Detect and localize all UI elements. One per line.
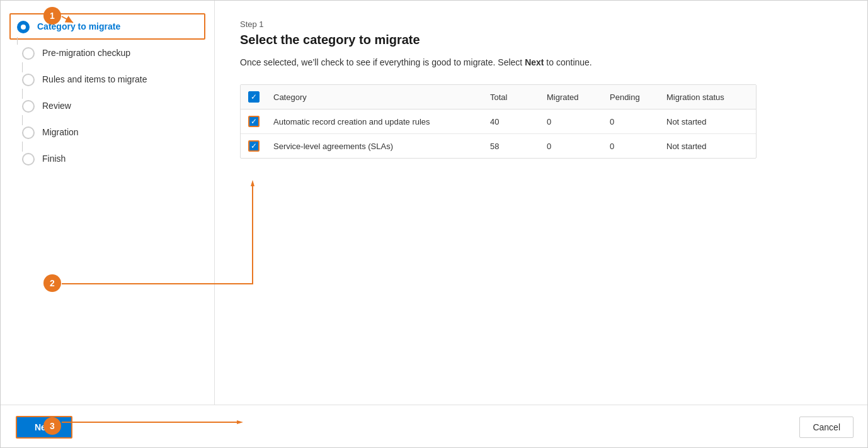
row2-checkbox[interactable]: ✓: [248, 140, 260, 152]
table-row: ✓ Service-level agreements (SLAs) 58 0 0…: [241, 134, 756, 158]
row2-migrated: 0: [547, 142, 610, 151]
select-all-checkbox[interactable]: ✓: [248, 91, 260, 103]
row1-checkbox-cell: ✓: [248, 116, 273, 127]
step-description: Once selected, we’ll check to see if eve…: [240, 56, 843, 69]
sidebar-label-pre-migration: Pre-migration checkup: [42, 46, 130, 60]
row2-pending: 0: [610, 142, 666, 151]
sidebar-item-rules[interactable]: Rules and items to migrate: [16, 66, 199, 92]
col-header-category: Category: [273, 92, 490, 102]
step-circle-6: [22, 153, 35, 165]
row2-checkbox-cell: ✓: [248, 140, 273, 152]
annotation-badge-2: 2: [43, 274, 61, 292]
table-header: ✓ Category Total Migrated Pending Migrat…: [241, 85, 756, 109]
col-header-status: Migration status: [666, 92, 748, 102]
row1-migrated: 0: [547, 117, 610, 126]
footer: Next Cancel: [1, 405, 868, 447]
row2-total: 58: [490, 142, 547, 151]
annotation-badge-1: 1: [43, 7, 61, 25]
step-desc-after: to continue.: [544, 57, 591, 67]
row1-checkbox[interactable]: ✓: [248, 116, 260, 127]
row1-status: Not started: [666, 117, 748, 126]
step-circle-1: [17, 21, 30, 33]
sidebar-label-rules: Rules and items to migrate: [42, 72, 147, 86]
row1-category: Automatic record creation and update rul…: [273, 117, 490, 126]
step-circle-5: [22, 126, 35, 139]
row2-status: Not started: [666, 142, 748, 151]
row1-pending: 0: [610, 117, 666, 126]
annotation-badge-3: 3: [43, 417, 61, 435]
sidebar-item-migration[interactable]: Migration: [16, 119, 199, 145]
col-header-total: Total: [490, 92, 547, 102]
row1-total: 40: [490, 117, 547, 126]
header-checkbox-cell: ✓: [248, 91, 273, 103]
sidebar-item-category-to-migrate[interactable]: Category to migrate: [9, 13, 205, 40]
step-desc-bold: Next: [525, 57, 544, 67]
col-header-migrated: Migrated: [547, 92, 610, 102]
table-row: ✓ Automatic record creation and update r…: [241, 109, 756, 134]
check-icon: ✓: [251, 93, 257, 101]
cancel-button[interactable]: Cancel: [799, 417, 854, 438]
step-circle-2: [22, 47, 35, 60]
sidebar-label-migration: Migration: [42, 125, 79, 139]
sidebar-item-finish[interactable]: Finish: [16, 145, 199, 172]
sidebar-label-review: Review: [42, 99, 71, 113]
step-circle-3: [22, 74, 35, 86]
row2-category: Service-level agreements (SLAs): [273, 142, 490, 151]
step-number: Step 1: [240, 20, 843, 29]
step-circle-4: [22, 100, 35, 113]
sidebar-label-finish: Finish: [42, 152, 66, 165]
check-icon: ✓: [251, 142, 257, 150]
check-icon: ✓: [251, 118, 257, 125]
sidebar-item-review[interactable]: Review: [16, 92, 199, 119]
col-header-pending: Pending: [610, 92, 666, 102]
step-title: Select the category to migrate: [240, 33, 843, 47]
migration-table: ✓ Category Total Migrated Pending Migrat…: [240, 84, 757, 159]
sidebar-item-pre-migration[interactable]: Pre-migration checkup: [16, 40, 199, 66]
step-desc-text: Once selected, we’ll check to see if eve…: [240, 57, 525, 67]
content-area: Step 1 Select the category to migrate On…: [215, 1, 868, 405]
sidebar: Category to migrate Pre-migration checku…: [1, 1, 215, 405]
